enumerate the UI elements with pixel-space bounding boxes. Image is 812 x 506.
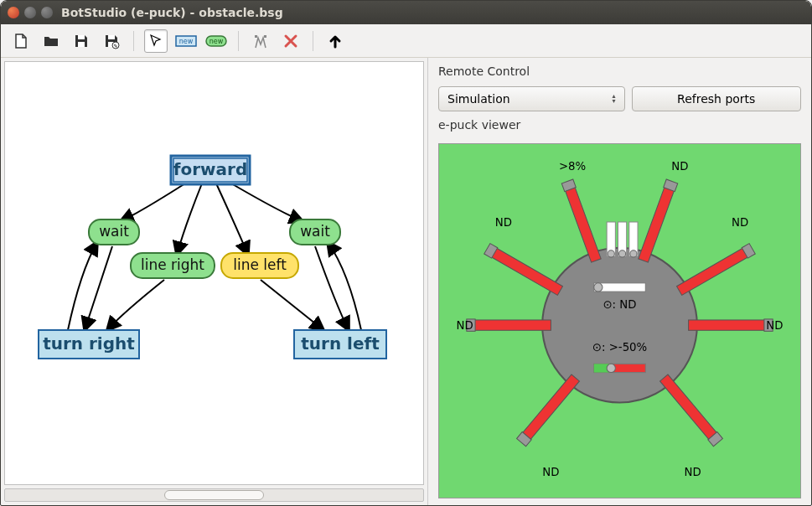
refresh-ports-button[interactable]: Refresh ports [632, 86, 802, 111]
combo-arrows-icon: ▴▾ [612, 94, 615, 104]
state-forward-label: forward [173, 159, 247, 179]
sensor-label-tlf: ND [495, 216, 512, 229]
refresh-ports-label: Refresh ports [677, 92, 755, 106]
window-close-button[interactable] [8, 7, 19, 18]
window-maximize-button[interactable] [41, 7, 53, 18]
center-bottom-label: ⊙: >-50% [592, 341, 648, 354]
transition-wait-left-label: wait [99, 223, 129, 240]
app-window: BotStudio (e-puck) - obstacle.bsg ✎ new … [0, 0, 812, 506]
window-title: BotStudio (e-puck) - obstacle.bsg [61, 6, 283, 19]
top-sliders [607, 222, 638, 257]
mode-combo[interactable]: Simulation ▴▾ [438, 86, 625, 111]
delete-button[interactable] [279, 29, 303, 53]
svg-rect-25 [522, 374, 580, 441]
svg-rect-0 [78, 35, 85, 39]
remote-control-label: Remote Control [438, 65, 801, 78]
new-file-button[interactable] [9, 29, 33, 53]
svg-text:new: new [209, 38, 224, 45]
svg-rect-1 [78, 42, 85, 47]
transition-wait-right-label: wait [300, 223, 330, 240]
svg-rect-27 [660, 374, 718, 441]
svg-rect-15 [639, 186, 675, 262]
svg-point-33 [618, 250, 625, 257]
svg-rect-13 [565, 186, 601, 262]
titlebar: BotStudio (e-puck) - obstacle.bsg [1, 1, 811, 24]
save-button[interactable] [70, 29, 93, 53]
save-as-button[interactable]: ✎ [100, 29, 123, 53]
state-turn-right-label: turn right [43, 333, 135, 354]
svg-text:new: new [179, 38, 194, 45]
transition-line-left-label: line left [233, 256, 287, 273]
select-tool-button[interactable] [144, 29, 168, 53]
sensor-label-tl: >8% [559, 160, 586, 173]
mode-combo-value: Simulation [447, 92, 510, 106]
sensor-label-tr: ND [671, 160, 688, 173]
right-pane: Remote Control Simulation ▴▾ Refresh por… [428, 58, 811, 505]
window-minimize-button[interactable] [24, 7, 36, 18]
svg-rect-11 [264, 35, 266, 38]
sensor-label-r: ND [766, 319, 783, 332]
svg-point-37 [607, 364, 615, 372]
svg-text:✎: ✎ [113, 43, 117, 49]
svg-point-35 [594, 283, 603, 292]
sensor-label-bl: ND [542, 466, 559, 478]
transition-line-right-label: line right [141, 256, 204, 273]
svg-rect-17 [490, 248, 562, 296]
graph-pane: forward wait wait line right line left t [1, 58, 428, 505]
sensor-label-trf: ND [732, 216, 748, 229]
center-top-label: ⊙: ND [603, 298, 636, 311]
svg-rect-19 [677, 248, 749, 296]
svg-rect-21 [473, 320, 551, 330]
graph-canvas[interactable]: forward wait wait line right line left t [4, 61, 424, 485]
toolbar-separator [133, 31, 134, 51]
initial-state-button[interactable] [249, 29, 272, 53]
upload-button[interactable] [323, 29, 347, 53]
sensor-label-br: ND [685, 466, 701, 478]
toolbar-separator-2 [238, 31, 239, 51]
horizontal-scrollbar[interactable] [4, 488, 424, 502]
new-state-tool-button[interactable]: new [174, 29, 198, 53]
toolbar-separator-3 [313, 31, 313, 51]
open-file-button[interactable] [39, 29, 63, 53]
toolbar: ✎ new new [1, 24, 811, 58]
sensor-label-l: ND [457, 319, 473, 332]
svg-rect-23 [689, 320, 766, 330]
epuck-viewer: ⊙: ND ⊙: >-50% >8% ND ND ND ND ND ND ND [438, 143, 801, 498]
state-turn-left-label: turn left [301, 333, 380, 354]
viewer-label: e-puck viewer [438, 118, 801, 132]
svg-point-34 [630, 250, 637, 257]
robot-body [542, 248, 697, 403]
new-transition-tool-button[interactable]: new [204, 29, 228, 53]
scrollbar-thumb[interactable] [164, 490, 265, 500]
svg-rect-2 [108, 35, 115, 39]
svg-rect-10 [255, 35, 257, 38]
svg-point-32 [608, 250, 614, 257]
